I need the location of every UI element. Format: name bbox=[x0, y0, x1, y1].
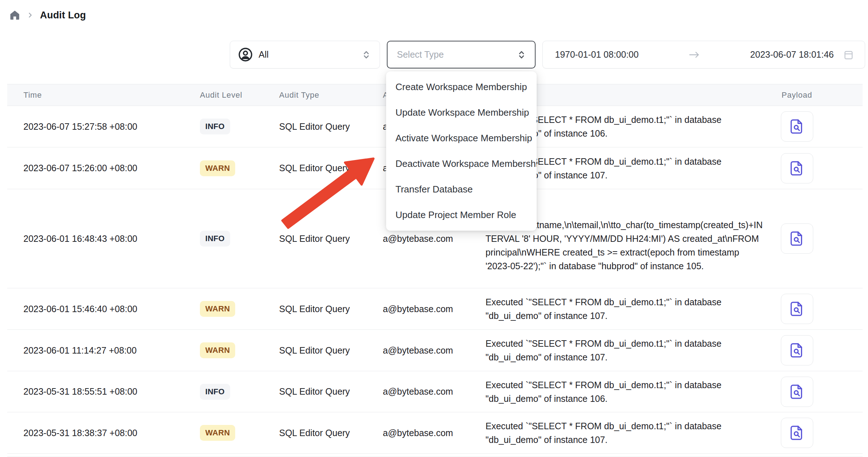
audit-type-cell: SQL Editor Query bbox=[267, 345, 371, 356]
select-chevrons-icon bbox=[362, 50, 371, 59]
actor-filter-select[interactable]: All bbox=[230, 41, 380, 68]
level-badge: INFO bbox=[200, 231, 230, 247]
date-range-start[interactable]: 1970-01-01 08:00:00 bbox=[555, 49, 639, 60]
column-header-payload: Payload bbox=[778, 90, 863, 100]
table-row: 2023-06-01 15:46:40 +08:00 WARN SQL Edit… bbox=[7, 288, 863, 330]
table-row: 2023-05-31 18:38:37 +08:00 WARN SQL Edit… bbox=[7, 412, 863, 454]
view-payload-button[interactable] bbox=[781, 418, 813, 448]
time-cell: 2023-05-31 18:38:37 +08:00 bbox=[7, 428, 187, 438]
menu-item-update-workspace-membership[interactable]: Update Workspace Membership bbox=[386, 100, 537, 125]
view-payload-button[interactable] bbox=[781, 335, 813, 365]
menu-item-create-workspace-membership[interactable]: Create Workspace Membership bbox=[386, 74, 537, 100]
audit-type-cell: SQL Editor Query bbox=[267, 386, 371, 397]
file-search-icon bbox=[789, 383, 805, 400]
menu-item-transfer-database[interactable]: Transfer Database bbox=[386, 177, 537, 202]
date-range-picker[interactable]: 1970-01-01 08:00:00 2023-06-07 18:01:46 bbox=[542, 41, 865, 68]
column-header-level: Audit Level bbox=[187, 90, 267, 100]
file-search-icon bbox=[789, 342, 805, 359]
menu-item-update-project-member-role[interactable]: Update Project Member Role bbox=[386, 202, 537, 228]
audit-type-cell: SQL Editor Query bbox=[267, 304, 371, 314]
audit-type-cell: SQL Editor Query bbox=[267, 234, 371, 244]
level-badge: WARN bbox=[200, 342, 235, 358]
chevron-right-icon bbox=[26, 11, 34, 19]
breadcrumb: Audit Log bbox=[9, 9, 86, 21]
select-chevrons-icon bbox=[517, 50, 526, 59]
table-row: 2023-05-31 18:55:51 +08:00 INFO SQL Edit… bbox=[7, 371, 863, 412]
file-search-icon bbox=[789, 160, 805, 177]
comment-cell: Executed `"SELECT * FROM db_ui_demo.t1;"… bbox=[474, 378, 778, 405]
actor-filter-value: All bbox=[259, 49, 269, 60]
actor-cell: a@bytebase.com bbox=[371, 304, 474, 314]
time-cell: 2023-06-01 11:14:27 +08:00 bbox=[7, 345, 187, 356]
filter-bar: All Select Type 1970-01-01 08:00:00 2023… bbox=[230, 41, 865, 68]
view-payload-button[interactable] bbox=[781, 223, 813, 254]
time-cell: 2023-06-07 15:26:00 +08:00 bbox=[7, 163, 187, 173]
view-payload-button[interactable] bbox=[781, 377, 813, 407]
file-search-icon bbox=[789, 230, 805, 247]
type-filter-dropdown-menu: Create Workspace Membership Update Works… bbox=[386, 71, 537, 231]
file-search-icon bbox=[789, 425, 805, 441]
time-cell: 2023-06-01 15:46:40 +08:00 bbox=[7, 304, 187, 314]
audit-type-cell: SQL Editor Query bbox=[267, 163, 371, 173]
audit-type-cell: SQL Editor Query bbox=[267, 428, 371, 438]
audit-type-cell: SQL Editor Query bbox=[267, 121, 371, 132]
actor-cell: a@bytebase.com bbox=[371, 234, 474, 244]
actor-cell: a@bytebase.com bbox=[371, 428, 474, 438]
home-icon[interactable] bbox=[9, 9, 21, 21]
comment-cell: Executed `"SELECT * FROM db_ui_demo.t1;"… bbox=[474, 337, 778, 364]
level-badge: WARN bbox=[200, 301, 235, 317]
table-row-partial bbox=[7, 454, 863, 457]
level-badge: INFO bbox=[200, 384, 230, 400]
level-badge: WARN bbox=[200, 425, 235, 441]
time-cell: 2023-05-31 18:55:51 +08:00 bbox=[7, 386, 187, 397]
menu-item-activate-workspace-membership[interactable]: Activate Workspace Membership bbox=[386, 125, 537, 151]
calendar-icon bbox=[843, 49, 854, 60]
type-filter-select[interactable]: Select Type bbox=[387, 41, 536, 68]
date-range-end[interactable]: 2023-06-07 18:01:46 bbox=[750, 49, 834, 60]
type-filter-placeholder: Select Type bbox=[397, 49, 444, 60]
time-cell: 2023-06-07 15:27:58 +08:00 bbox=[7, 121, 187, 132]
user-circle-icon bbox=[238, 47, 253, 62]
level-badge: INFO bbox=[200, 119, 230, 134]
column-header-type: Audit Type bbox=[267, 90, 371, 100]
view-payload-button[interactable] bbox=[781, 111, 813, 142]
file-search-icon bbox=[789, 118, 805, 135]
actor-cell: a@bytebase.com bbox=[371, 345, 474, 356]
comment-cell: Executed `"SELECT * FROM db_ui_demo.t1;"… bbox=[474, 419, 778, 447]
menu-item-deactivate-workspace-membership[interactable]: Deactivate Workspace Membership bbox=[386, 151, 537, 177]
comment-cell: Executed `"SELECT * FROM db_ui_demo.t1;"… bbox=[474, 295, 778, 323]
file-search-icon bbox=[789, 301, 805, 317]
time-cell: 2023-06-01 16:48:43 +08:00 bbox=[7, 234, 187, 244]
view-payload-button[interactable] bbox=[781, 153, 813, 183]
page-title: Audit Log bbox=[40, 10, 86, 21]
view-payload-button[interactable] bbox=[781, 294, 813, 324]
column-header-time: Time bbox=[7, 90, 187, 100]
actor-cell: a@bytebase.com bbox=[371, 386, 474, 397]
arrow-right-icon bbox=[688, 50, 701, 59]
table-row: 2023-06-01 11:14:27 +08:00 WARN SQL Edit… bbox=[7, 330, 863, 371]
level-badge: WARN bbox=[200, 160, 235, 176]
